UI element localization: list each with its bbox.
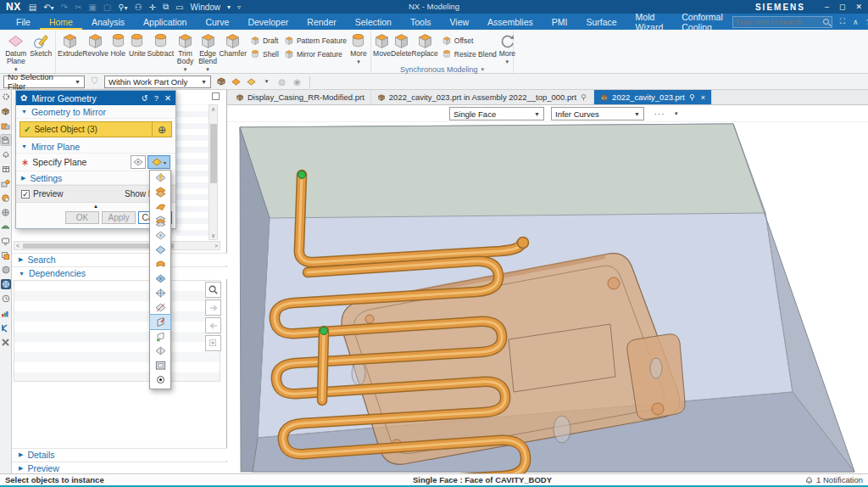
tab-tools[interactable]: Tools: [401, 14, 441, 30]
ok-button[interactable]: OK: [65, 211, 99, 224]
copy-icon[interactable]: ▣: [88, 3, 96, 12]
edge-blend-button[interactable]: Edge Blend▾: [197, 31, 220, 73]
forward-arrow-button[interactable]: [205, 299, 221, 316]
apply-button[interactable]: Apply: [102, 211, 136, 224]
pin-icon[interactable]: [688, 93, 696, 101]
cut-icon[interactable]: ✂: [75, 3, 81, 12]
doc-tab-cavity-in-assembly[interactable]: 2022_cavity_023.prt in Assembly 2022__to…: [371, 90, 594, 104]
coolant-port[interactable]: [298, 171, 306, 179]
visual-reports-icon[interactable]: [1, 207, 11, 217]
geometry-to-mirror-header[interactable]: ▼ Geometry to Mirror: [16, 105, 175, 119]
cooling-channel-riser[interactable]: [322, 331, 324, 400]
tab-assemblies[interactable]: Assemblies: [478, 14, 542, 30]
extrude-button[interactable]: Extrude: [58, 31, 82, 58]
scroll-up-icon[interactable]: ∧: [209, 105, 217, 113]
plane-option-on-curve[interactable]: [150, 199, 170, 214]
sketch-button[interactable]: Sketch: [29, 31, 54, 58]
command-search-box[interactable]: [732, 16, 832, 28]
unite-button[interactable]: Unite: [127, 31, 147, 58]
materials-sphere-icon[interactable]: [1, 265, 11, 275]
plane-type-dropdown[interactable]: ▾: [147, 155, 170, 169]
internet-globe-icon[interactable]: [1, 279, 11, 289]
point-dialog-icon[interactable]: ⊕: [152, 122, 171, 137]
plane-option-through-object[interactable]: [150, 271, 170, 286]
dialog-title-bar[interactable]: ✿ Mirror Geometry ↺ ? ✕: [16, 91, 175, 105]
window-menu-icon[interactable]: ▭: [175, 3, 183, 12]
select-object-row[interactable]: ✓ Select Object (3) ⊕: [19, 121, 172, 137]
part-navigator-icon[interactable]: [1, 135, 11, 145]
snap-point-icon[interactable]: [215, 76, 226, 87]
navigator-horizontal-scrollbar[interactable]: < >: [14, 241, 220, 250]
back-arrow-button[interactable]: [205, 317, 221, 333]
tab-surface[interactable]: Surface: [576, 14, 626, 30]
hole-button[interactable]: Hole: [108, 31, 127, 58]
notifications-bell-icon[interactable]: [1, 149, 11, 160]
assembly-navigator-icon[interactable]: [1, 106, 11, 116]
mirror-feature-button[interactable]: Mirror Feature: [284, 48, 347, 60]
doc-tab-display-casing[interactable]: Display_Casing_RR-Modified.prt: [230, 90, 371, 104]
part-navigator-rows[interactable]: [176, 105, 209, 239]
plane-option-angle[interactable]: [150, 243, 170, 257]
paste-icon[interactable]: ▢: [103, 3, 111, 12]
tab-view[interactable]: View: [440, 14, 478, 30]
history-clock-icon[interactable]: [1, 294, 11, 304]
plane-option-point-and-axes[interactable]: [150, 286, 170, 300]
snap-caret-icon[interactable]: ▾: [261, 76, 272, 87]
datum-plane-button[interactable]: Datum Plane▾: [3, 31, 29, 73]
highlight-icon[interactable]: ◉: [292, 76, 303, 87]
qat-customize-icon[interactable]: ▿: [237, 3, 241, 11]
fullscreen-icon[interactable]: ⛶: [840, 17, 845, 26]
tab-home[interactable]: Home: [40, 14, 82, 30]
preview-checkbox[interactable]: ✓: [21, 190, 30, 199]
plane-option-point-and-direction[interactable]: [150, 185, 170, 199]
window-menu[interactable]: Window: [191, 3, 221, 12]
package-icon[interactable]: [1, 164, 11, 174]
section-search[interactable]: ▶ Search: [12, 253, 227, 266]
deselect-icon[interactable]: ◍: [276, 76, 287, 87]
resize-blend-button[interactable]: Resize Blend: [442, 48, 497, 60]
viewport-canvas[interactable]: [227, 122, 868, 473]
palette-icon[interactable]: [1, 308, 11, 318]
redo-icon[interactable]: ↷: [61, 3, 68, 12]
restore-button[interactable]: ◻: [839, 3, 845, 11]
select-add-icon[interactable]: [246, 76, 257, 87]
selection-filter-off-icon[interactable]: ⛉: [89, 76, 100, 87]
plane-option-whole-plane[interactable]: [150, 358, 170, 372]
selection-filter-dropdown[interactable]: No Selection Filter▼: [3, 76, 85, 88]
subtract-button[interactable]: Subtract: [147, 31, 175, 58]
scroll-down-icon[interactable]: ∨: [211, 232, 215, 239]
dependencies-find-button[interactable]: [205, 282, 221, 298]
section-dependencies[interactable]: ▼ Dependencies: [12, 266, 227, 279]
pin-icon[interactable]: [580, 93, 587, 101]
settings-gear-icon[interactable]: [1, 92, 11, 102]
chamfer-button[interactable]: Chamfer: [219, 31, 247, 58]
scroll-right-icon[interactable]: >: [214, 243, 218, 249]
navigator-vertical-scrollbar[interactable]: ∧ ∨: [209, 104, 218, 240]
show-shortcuts-eye-icon[interactable]: [150, 372, 170, 387]
plane-option-yz-plane-selected[interactable]: [150, 315, 170, 329]
window-cascade-icon[interactable]: ⧉: [163, 2, 169, 12]
constraint-navigator-icon[interactable]: [1, 120, 11, 131]
reuse-library-icon[interactable]: [1, 178, 11, 188]
expand-plus-button[interactable]: [205, 335, 221, 351]
tab-conformal-cooling[interactable]: Conformal Cooling: [672, 14, 732, 30]
replace-button[interactable]: Replace: [412, 31, 438, 58]
tab-application[interactable]: Application: [134, 14, 196, 30]
notification-area[interactable]: 1 Notification: [805, 475, 863, 484]
command-finder-icon[interactable]: ⚲▾: [118, 3, 127, 12]
hd3d-tools-icon[interactable]: [1, 193, 11, 203]
doc-tab-cavity-active[interactable]: 2022_cavity_023.prt ×: [594, 90, 712, 104]
plane-option-at-distance[interactable]: [150, 214, 170, 228]
window-menu-caret-icon[interactable]: ▾: [227, 3, 231, 11]
panel-float-icon[interactable]: [212, 92, 220, 100]
plane-option-fixed-datum[interactable]: [150, 344, 170, 358]
undo-icon[interactable]: ↶▾: [43, 3, 53, 12]
move-button[interactable]: Move: [373, 31, 391, 58]
plane-option-bisector[interactable]: [150, 228, 170, 243]
dropdown-caret-icon[interactable]: ▾: [357, 58, 360, 65]
face-rule-dropdown[interactable]: Single Face▼: [449, 107, 544, 120]
mirror-plane-header[interactable]: ▼ Mirror Plane: [16, 140, 175, 154]
search-input[interactable]: [736, 18, 821, 26]
dialog-close-icon[interactable]: ✕: [164, 93, 171, 103]
tab-pmi[interactable]: PMI: [542, 14, 577, 30]
